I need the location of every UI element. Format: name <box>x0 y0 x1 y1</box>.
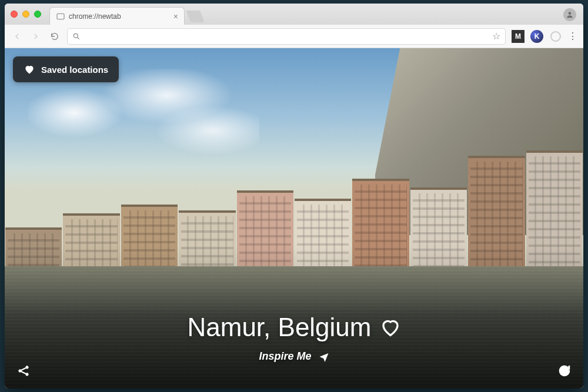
share-button[interactable] <box>15 363 32 379</box>
tab-strip: chrome://newtab × <box>5 4 583 25</box>
heart-icon <box>24 63 35 75</box>
refresh-icon <box>557 364 572 378</box>
close-tab-button[interactable]: × <box>173 12 178 21</box>
reload-button[interactable] <box>48 30 61 43</box>
tab-title: chrome://newtab <box>69 12 121 21</box>
close-window-button[interactable] <box>11 11 18 18</box>
avatar-icon <box>566 11 574 19</box>
svg-rect-0 <box>57 14 64 19</box>
hero-overlay: Namur, Belgium Inspire Me <box>5 313 583 363</box>
bookmark-star-button[interactable]: ☆ <box>492 31 500 42</box>
maximize-window-button[interactable] <box>34 11 41 18</box>
svg-point-5 <box>26 366 28 368</box>
heart-outline-icon[interactable] <box>380 317 401 338</box>
window-controls <box>11 4 41 25</box>
location-title: Namur, Belgium <box>187 313 371 342</box>
back-button[interactable] <box>11 30 24 43</box>
svg-point-6 <box>26 373 28 376</box>
share-icon <box>16 364 31 378</box>
browser-menu-button[interactable]: ⋮ <box>568 31 577 42</box>
svg-point-2 <box>74 33 78 38</box>
page-content: Saved locations Namur, Belgium Inspire M… <box>5 48 583 388</box>
profile-avatar-button[interactable] <box>563 8 576 21</box>
search-icon <box>72 32 81 41</box>
browser-window: chrome://newtab × ☆ M K ⋮ <box>5 4 583 388</box>
plane-icon <box>319 351 329 362</box>
saved-locations-button[interactable]: Saved locations <box>13 56 119 82</box>
extension-k-icon[interactable]: K <box>530 30 543 43</box>
address-input[interactable] <box>84 32 489 41</box>
svg-line-8 <box>21 371 26 374</box>
address-bar[interactable]: ☆ <box>67 28 506 45</box>
chevron-left-icon <box>12 32 22 41</box>
new-tab-button[interactable] <box>186 11 204 22</box>
minimize-window-button[interactable] <box>22 11 29 18</box>
inspire-me-button[interactable]: Inspire Me <box>259 350 329 363</box>
extension-m-icon[interactable]: M <box>512 30 524 43</box>
browser-toolbar: ☆ M K ⋮ <box>5 25 583 48</box>
tab-favicon <box>56 12 65 21</box>
chevron-right-icon <box>31 32 41 41</box>
inspire-me-label: Inspire Me <box>259 350 311 363</box>
location-title-row: Namur, Belgium <box>187 313 400 342</box>
svg-point-1 <box>569 12 572 15</box>
browser-tab[interactable]: chrome://newtab × <box>49 7 185 25</box>
refresh-button[interactable] <box>556 363 573 379</box>
svg-line-7 <box>21 368 26 370</box>
reload-icon <box>50 32 59 41</box>
saved-locations-label: Saved locations <box>41 65 108 75</box>
extension-gray-icon[interactable] <box>549 30 562 43</box>
forward-button[interactable] <box>29 30 42 43</box>
svg-line-3 <box>78 37 79 39</box>
